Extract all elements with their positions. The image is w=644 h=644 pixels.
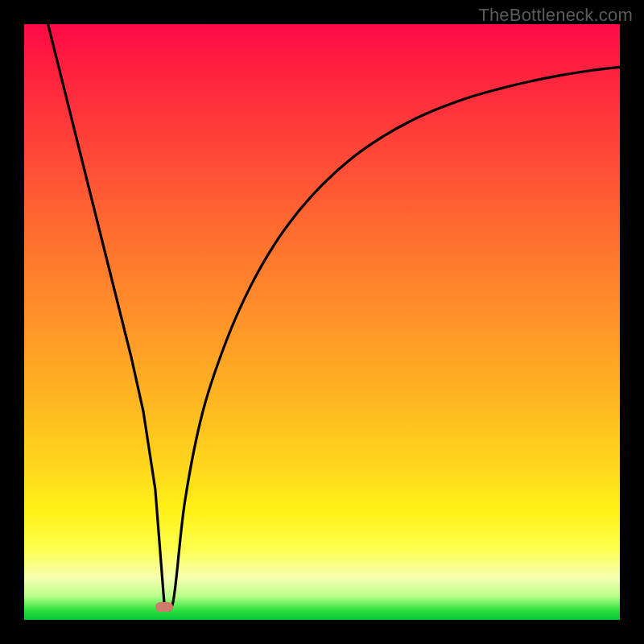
curve-svg xyxy=(24,24,620,620)
bottleneck-curve xyxy=(48,24,620,610)
chart-frame: TheBottleneck.com xyxy=(0,0,644,644)
bump-marker xyxy=(155,602,173,612)
watermark-text: TheBottleneck.com xyxy=(478,5,633,26)
plot-area xyxy=(24,24,620,620)
